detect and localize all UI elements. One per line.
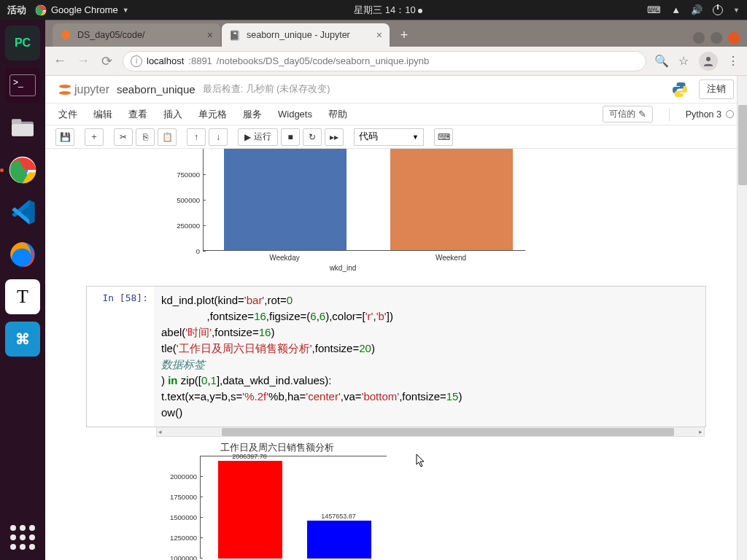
menu-view[interactable]: 查看 xyxy=(128,108,147,121)
ytick-label: 0 xyxy=(196,247,200,255)
forward-button: → xyxy=(76,54,90,69)
menu-widgets[interactable]: Widgets xyxy=(278,109,312,120)
menu-kernel[interactable]: 服务 xyxy=(243,108,262,121)
trusted-indicator[interactable]: 可信的✎ xyxy=(603,106,653,122)
code-cell[interactable]: In [58]: kd_ind.plot(kind='bar',rot=0 ,f… xyxy=(86,286,706,427)
chrome-menu-icon[interactable]: ⋮ xyxy=(727,55,740,68)
reload-button[interactable]: ⟳ xyxy=(99,54,114,69)
dock-app-chrome[interactable] xyxy=(5,152,40,187)
dock-app-files[interactable] xyxy=(5,110,40,145)
tab-title: seaborn_unique - Jupyter xyxy=(247,30,350,40)
dock-app-terminal[interactable]: >_ xyxy=(5,68,40,103)
dock-app-firefox[interactable] xyxy=(5,237,40,272)
app-menu-label: Google Chrome xyxy=(51,4,118,15)
profile-avatar-icon[interactable] xyxy=(699,52,718,71)
dock-app-pycharm[interactable]: PC xyxy=(5,26,40,61)
svg-rect-4 xyxy=(12,124,34,136)
chrome-tabstrip: DS_day05/code/ × 📓 seaborn_unique - Jupy… xyxy=(45,20,747,47)
data-label: 1457653.87 xyxy=(321,513,356,520)
volume-icon[interactable]: 🔊 xyxy=(691,4,703,15)
move-up-button[interactable]: ↑ xyxy=(187,128,206,146)
save-button[interactable]: 💾 xyxy=(55,128,74,146)
menu-file[interactable]: 文件 xyxy=(58,108,77,121)
ubuntu-dock: PC >_ T ⌘ xyxy=(0,20,45,560)
address-bar[interactable]: i localhost:8891/notebooks/DS_day05/code… xyxy=(123,51,646,71)
scrollbar-thumb[interactable] xyxy=(738,105,747,185)
window-close-icon[interactable] xyxy=(728,32,740,44)
move-down-button[interactable]: ↓ xyxy=(209,128,228,146)
network-icon[interactable]: ▲ xyxy=(671,4,681,15)
kernel-indicator[interactable]: Python 3 xyxy=(686,109,734,120)
interrupt-button[interactable]: ■ xyxy=(281,128,300,146)
ytick-label: 750000 xyxy=(177,171,200,179)
system-menu-chevron-icon[interactable]: ▼ xyxy=(733,7,740,14)
svg-point-8 xyxy=(706,57,711,61)
vertical-scrollbar[interactable] xyxy=(737,76,747,560)
window-maximize-icon[interactable] xyxy=(711,32,722,44)
window-controls xyxy=(693,32,747,47)
activities-button[interactable]: 活动 xyxy=(7,4,26,17)
ytick-label: 1000000 xyxy=(170,554,197,561)
jupyter-notebook: jupyter seaborn_unique 最后检查: 几秒前 (未保存改变)… xyxy=(45,76,747,560)
tab-title: DS_day05/code/ xyxy=(77,30,144,40)
code-editor[interactable]: kd_ind.plot(kind='bar',rot=0 ,fontsize=1… xyxy=(154,287,705,427)
menu-cell[interactable]: 单元格 xyxy=(198,108,227,121)
jupyter-header: jupyter seaborn_unique 最后检查: 几秒前 (未保存改变)… xyxy=(45,76,747,104)
menu-edit[interactable]: 编辑 xyxy=(93,108,112,121)
code-horizontal-scrollbar[interactable]: ◂ ▸ xyxy=(156,427,705,437)
menu-insert[interactable]: 插入 xyxy=(163,108,182,121)
back-button[interactable]: ← xyxy=(53,54,67,69)
clock[interactable]: 星期三 14：10 xyxy=(129,4,648,17)
jupyter-menubar: 文件 编辑 查看 插入 单元格 服务 Widgets 帮助 可信的✎ Pytho… xyxy=(45,104,747,125)
app-menu[interactable]: Google Chrome ▼ xyxy=(35,4,129,16)
logout-button[interactable]: 注销 xyxy=(699,79,734,99)
paste-button[interactable]: 📋 xyxy=(158,128,177,146)
ytick-label: 250000 xyxy=(177,222,200,230)
dock-app-vscode[interactable] xyxy=(5,195,40,230)
tab-close-icon[interactable]: × xyxy=(376,29,382,41)
show-applications-icon[interactable] xyxy=(10,525,35,550)
cut-button[interactable]: ✂ xyxy=(114,128,133,146)
dock-app-typora[interactable]: T xyxy=(5,279,40,314)
bar-weekday xyxy=(224,149,347,250)
ytick-label: 500000 xyxy=(177,196,200,204)
chrome-tab-1[interactable]: DS_day05/code/ × xyxy=(53,23,220,47)
gnome-top-panel: 活动 Google Chrome ▼ 星期三 14：10 ⌨ ▲ 🔊 ▼ xyxy=(0,0,747,20)
notebook-name[interactable]: seaborn_unique xyxy=(117,83,196,96)
site-info-icon[interactable]: i xyxy=(131,55,142,67)
window-minimize-icon[interactable] xyxy=(693,32,705,44)
dock-app-other[interactable]: ⌘ xyxy=(5,322,40,357)
power-icon[interactable] xyxy=(713,5,723,15)
insert-cell-button[interactable]: ＋ xyxy=(85,128,104,146)
scrollbar-thumb[interactable] xyxy=(222,428,674,436)
search-icon[interactable]: 🔍 xyxy=(655,55,668,68)
command-palette-button[interactable]: ⌨ xyxy=(434,128,453,146)
xtick-label: Weekend xyxy=(436,254,466,262)
run-button[interactable]: ▶运行 xyxy=(238,128,278,146)
url-port: :8891 xyxy=(188,55,212,66)
output-chart-1: 0 250000 500000 750000 Weekday W xyxy=(153,149,706,279)
new-tab-button[interactable]: + xyxy=(394,25,414,45)
ytick-label: 1250000 xyxy=(170,534,197,542)
cell-type-select[interactable]: 代码▼ xyxy=(354,128,424,146)
restart-run-all-button[interactable]: ▸▸ xyxy=(325,128,344,146)
restart-button[interactable]: ↻ xyxy=(303,128,322,146)
menu-help[interactable]: 帮助 xyxy=(328,108,347,121)
ytick-label: 2000000 xyxy=(170,472,197,481)
notification-dot-icon xyxy=(418,9,422,13)
xaxis-title: wkd_ind xyxy=(330,264,357,272)
bookmark-star-icon[interactable]: ☆ xyxy=(677,55,690,68)
input-prompt: In [58]: xyxy=(87,287,154,427)
bar-weekday-red xyxy=(218,461,282,559)
python-logo-icon xyxy=(671,81,689,98)
chevron-down-icon: ▼ xyxy=(123,7,129,14)
jupyter-logo-icon[interactable]: jupyter xyxy=(58,83,109,96)
keyboard-indicator-icon[interactable]: ⌨ xyxy=(647,4,661,15)
copy-button[interactable]: ⎘ xyxy=(136,128,155,146)
notebook-scroll-area[interactable]: 0 250000 500000 750000 Weekday W xyxy=(45,149,747,560)
chrome-tab-2[interactable]: 📓 seaborn_unique - Jupyter × xyxy=(222,23,390,47)
data-label: 2086397.78 xyxy=(232,453,267,460)
tab-close-icon[interactable]: × xyxy=(207,29,213,41)
output-chart-2: 工作日及周六日销售额分析 1000000 1250000 1500000 175… xyxy=(153,441,706,558)
chrome-toolbar: ← → ⟳ i localhost:8891/notebooks/DS_day0… xyxy=(45,47,747,76)
